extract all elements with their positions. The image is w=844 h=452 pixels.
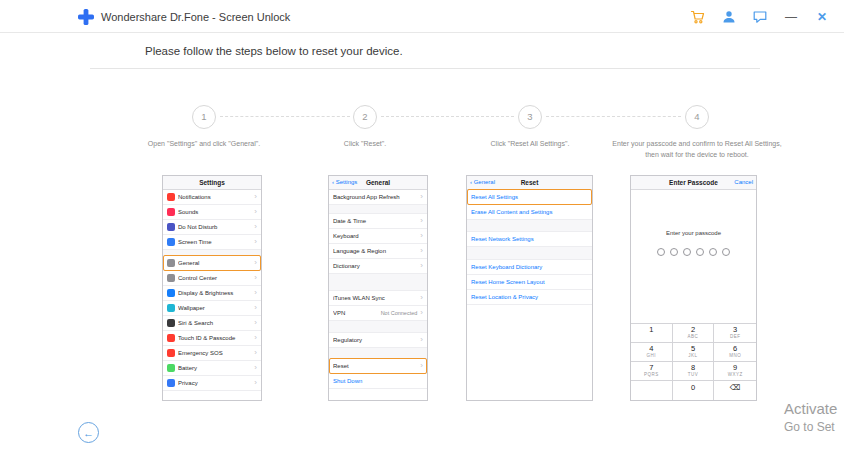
step-2-indicator: 2 xyxy=(353,105,377,129)
passcode-dot xyxy=(683,248,691,256)
minimize-button[interactable]: — xyxy=(783,9,799,25)
settings-row: Privacy › xyxy=(163,376,261,391)
back-chevron-icon: ‹ xyxy=(470,179,472,185)
settings-row-label: Display & Brightness xyxy=(178,290,253,296)
settings-row-label: Touch ID & Passcode xyxy=(178,335,253,341)
settings-row: Do Not Disturb › xyxy=(163,220,261,235)
drfone-logo-icon xyxy=(78,9,94,25)
passcode-dot xyxy=(696,248,704,256)
reset-row: Reset Home Screen Layout xyxy=(467,275,592,290)
general-row-label: Dictionary xyxy=(333,263,419,269)
chevron-right-icon: › xyxy=(254,208,257,216)
general-row-label: Keyboard xyxy=(333,233,419,239)
back-nav: ‹ Settings xyxy=(332,176,357,189)
chevron-right-icon: › xyxy=(254,289,257,297)
brand: Wondershare Dr.Fone - Screen Unlock xyxy=(78,0,290,33)
chevron-right-icon: › xyxy=(420,193,423,201)
chevron-right-icon: › xyxy=(420,362,423,370)
passcode-dot xyxy=(670,248,678,256)
key-7: 7PQRS xyxy=(631,362,673,381)
phone-mockup-passcode: Enter Passcode Cancel Enter your passcod… xyxy=(630,175,757,401)
settings-row: Screen Time › xyxy=(163,235,261,250)
titlebar: Wondershare Dr.Fone - Screen Unlock xyxy=(0,0,844,33)
general-row-label: Regulatory xyxy=(333,337,419,343)
settings-row-label: Notifications xyxy=(178,194,253,200)
back-label: Settings xyxy=(336,179,358,185)
key-9: 9WXYZ xyxy=(714,362,756,381)
list-group-gap xyxy=(329,274,427,291)
key-letters: MNO xyxy=(729,354,741,359)
sounds-icon xyxy=(167,208,175,216)
list-group-gap xyxy=(329,348,427,359)
chevron-right-icon: › xyxy=(254,259,257,267)
settings-row: Notifications › xyxy=(163,190,261,205)
account-button[interactable] xyxy=(721,9,737,25)
vpn-status-value: Not Connected xyxy=(381,310,418,316)
chevron-right-icon: › xyxy=(254,304,257,312)
general-row-reset-highlighted: Reset › xyxy=(329,359,427,374)
reset-row-label: Reset Home Screen Layout xyxy=(471,279,588,285)
cart-button[interactable] xyxy=(690,9,706,25)
chat-icon xyxy=(752,9,768,25)
chevron-right-icon: › xyxy=(254,379,257,387)
key-number: 9 xyxy=(733,364,737,372)
battery-icon xyxy=(167,364,175,372)
general-row: Regulatory › xyxy=(329,333,427,348)
list-group-gap xyxy=(329,321,427,333)
general-row-label: Shut Down xyxy=(333,378,423,384)
general-row-label: Date & Time xyxy=(333,218,419,224)
reset-row: Reset Network Settings xyxy=(467,232,592,247)
screen-time-icon xyxy=(167,238,175,246)
settings-row: Siri & Search › xyxy=(163,316,261,331)
list-group-gap xyxy=(467,247,592,260)
back-chevron-icon: ‹ xyxy=(332,179,334,185)
key-letters: JKL xyxy=(688,354,697,359)
settings-row: Sounds › xyxy=(163,205,261,220)
app-title: Wondershare Dr.Fone - Screen Unlock xyxy=(101,11,290,23)
settings-row-label: General xyxy=(178,260,253,266)
page-instruction: Please follow the steps below to reset y… xyxy=(145,45,403,57)
general-row-label: iTunes WLAN Sync xyxy=(333,295,419,301)
do-not-disturb-icon xyxy=(167,223,175,231)
chevron-right-icon: › xyxy=(254,364,257,372)
key-4: 4GHI xyxy=(631,343,673,362)
chevron-right-icon: › xyxy=(254,349,257,357)
chevron-right-icon: › xyxy=(254,319,257,327)
step-1-description: Open "Settings" and click "General". xyxy=(124,139,284,150)
chevron-right-icon: › xyxy=(420,247,423,255)
passcode-dots xyxy=(631,248,756,256)
general-row: Dictionary › xyxy=(329,259,427,274)
key-empty xyxy=(631,381,673,400)
wallpaper-icon xyxy=(167,304,175,312)
general-row-label: Reset xyxy=(333,363,419,369)
passcode-prompt: Enter your passcode xyxy=(631,230,756,236)
list-group-gap xyxy=(329,205,427,214)
backspace-icon: ⌫ xyxy=(730,384,741,392)
key-0: 0 xyxy=(673,381,715,400)
phone1-header: Settings xyxy=(163,176,261,190)
close-button[interactable]: ✕ xyxy=(814,9,830,25)
key-2: 2ABC xyxy=(673,324,715,343)
back-button[interactable]: ← xyxy=(78,422,99,443)
feedback-button[interactable] xyxy=(752,9,768,25)
chevron-right-icon: › xyxy=(254,238,257,246)
step-4-description: Enter your passcode and confirm to Reset… xyxy=(607,139,787,160)
settings-row-general-highlighted: General › xyxy=(163,256,261,271)
step-2-description: Click "Reset". xyxy=(285,139,445,150)
general-row: Date & Time › xyxy=(329,214,427,229)
key-backspace: ⌫ xyxy=(714,381,756,400)
settings-row-label: Battery xyxy=(178,365,253,371)
step-3-indicator: 3 xyxy=(518,105,542,129)
passcode-dot xyxy=(709,248,717,256)
settings-row: Battery › xyxy=(163,361,261,376)
reset-row-reset-all-settings-highlighted: Reset All Settings xyxy=(467,190,592,205)
settings-row-label: Screen Time xyxy=(178,239,253,245)
arrow-left-icon: ← xyxy=(83,427,94,439)
titlebar-actions: — ✕ xyxy=(690,0,830,33)
settings-row-label: Do Not Disturb xyxy=(178,224,253,230)
key-letters: ABC xyxy=(688,335,699,340)
activate-watermark-line2: Go to Set xyxy=(784,420,835,434)
step-connector xyxy=(220,116,350,117)
key-number: 8 xyxy=(691,364,695,372)
reset-row-label: Reset Keyboard Dictionary xyxy=(471,264,588,270)
